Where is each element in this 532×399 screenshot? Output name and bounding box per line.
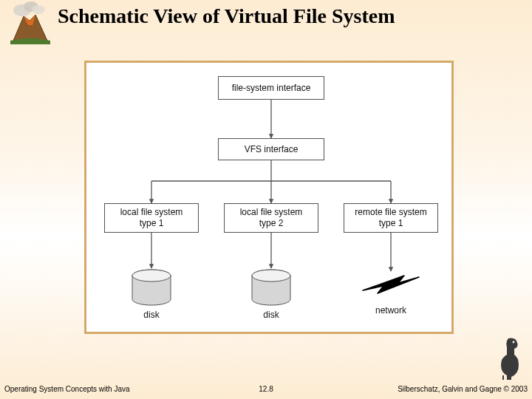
network-label: network <box>358 305 423 316</box>
svg-point-16 <box>513 341 515 344</box>
node-label: remote file system type 1 <box>355 207 426 229</box>
node-file-system-interface: file-system interface <box>218 76 324 100</box>
svg-point-15 <box>252 270 290 282</box>
page-title: Schematic View of Virtual File System <box>58 4 523 28</box>
dinosaur-icon <box>494 335 525 380</box>
network-icon: network <box>358 268 423 316</box>
svg-point-2 <box>32 5 45 14</box>
disk-label: disk <box>129 310 174 320</box>
svg-point-13 <box>132 270 171 282</box>
volcano-icon <box>6 0 55 44</box>
node-label: file-system interface <box>232 83 311 94</box>
node-label: VFS interface <box>245 144 299 155</box>
node-label: local file system type 2 <box>240 207 303 229</box>
node-local-fs-type-1: local file system type 1 <box>104 203 199 233</box>
disk-label: disk <box>248 310 294 320</box>
diagram-frame: file-system interface VFS interface loca… <box>84 61 454 334</box>
node-label: local file system type 1 <box>120 207 183 229</box>
node-remote-fs-type-1: remote file system type 1 <box>344 203 438 233</box>
slide: Schematic View of Virtual File System <box>0 0 532 399</box>
disk-2: disk <box>248 268 294 320</box>
vfs-diagram: file-system interface VFS interface loca… <box>86 63 451 332</box>
node-local-fs-type-2: local file system type 2 <box>224 203 318 233</box>
node-vfs-interface: VFS interface <box>218 138 324 160</box>
footer-right: Silberschatz, Galvin and Gagne © 2003 <box>398 385 528 393</box>
disk-1: disk <box>129 268 174 320</box>
